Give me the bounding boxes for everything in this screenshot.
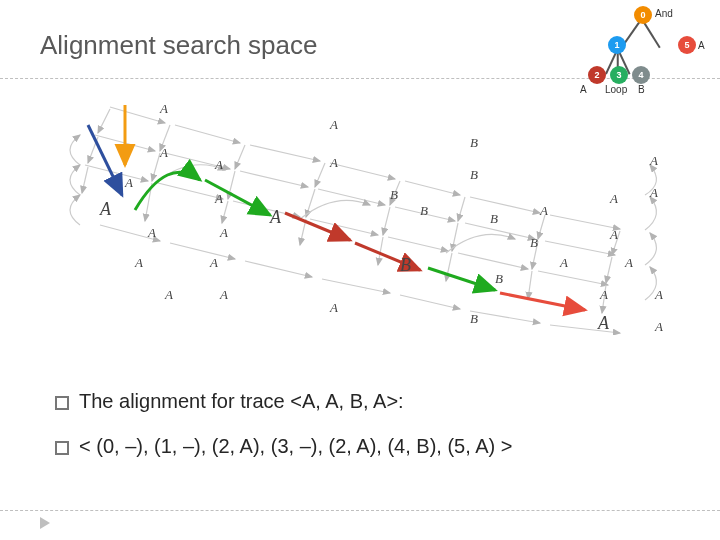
highlight-arrow — [428, 268, 495, 290]
svg-line-44 — [82, 167, 88, 193]
svg-line-2 — [250, 145, 320, 161]
svg-line-37 — [152, 153, 160, 181]
svg-line-28 — [98, 109, 110, 133]
lattice-svg — [40, 95, 680, 335]
divider-bottom — [0, 510, 720, 511]
tree-node-0: 0 — [634, 6, 652, 24]
lattice-gray-arrows — [70, 107, 656, 333]
lattice-label: A — [220, 287, 228, 303]
lattice-label: A — [210, 255, 218, 271]
lattice-label: A — [148, 225, 156, 241]
tree-node-5: 5 — [678, 36, 696, 54]
svg-line-9 — [240, 171, 308, 187]
lattice-label: A — [600, 287, 608, 303]
svg-line-1 — [175, 125, 240, 143]
lattice-label: B — [495, 271, 503, 287]
tree-node-2: 2 — [588, 66, 606, 84]
lattice-label: A — [610, 227, 618, 243]
lattice-label: B — [470, 167, 478, 183]
bullet-block: The alignment for trace <A, A, B, A>: < … — [55, 390, 675, 480]
bullet-marker-icon — [55, 441, 69, 455]
bullet-line-2: < (0, –), (1, –), (2, A), (3, –), (2, A)… — [55, 435, 675, 458]
lattice-label: A — [330, 300, 338, 316]
lattice-label: B — [530, 235, 538, 251]
svg-line-48 — [378, 237, 383, 265]
tree-node-4: 4 — [632, 66, 650, 84]
lattice-label: B — [490, 211, 498, 227]
lattice-label: B — [420, 203, 428, 219]
highlight-path-arrows — [88, 105, 585, 310]
svg-line-24 — [322, 279, 390, 293]
lattice-label: B — [400, 255, 411, 276]
lattice-label: A — [125, 175, 133, 191]
lattice-label: A — [165, 287, 173, 303]
lattice-label: A — [135, 255, 143, 271]
lattice-label: B — [390, 187, 398, 203]
svg-line-5 — [470, 197, 540, 213]
lattice-label: A — [540, 203, 548, 219]
svg-line-3 — [330, 163, 395, 179]
svg-line-30 — [235, 145, 245, 169]
lattice-label: A — [220, 225, 228, 241]
tree-node-5-label: A — [698, 40, 705, 51]
svg-line-0 — [110, 107, 165, 123]
search-space-lattice: AABAAAABAAABAAABBAAAABAABAAAABAAABAA — [40, 95, 680, 335]
lattice-label: A — [655, 287, 663, 303]
lattice-label: A — [598, 313, 609, 334]
svg-line-26 — [470, 311, 540, 323]
process-tree: 0 And 1 Loop 5 A 2 A 3 4 B — [590, 4, 710, 94]
tree-node-4-label: B — [638, 84, 645, 95]
lattice-label: A — [270, 207, 281, 228]
svg-line-19 — [458, 253, 528, 269]
lattice-label: A — [215, 157, 223, 173]
svg-line-39 — [306, 189, 315, 217]
slide-title: Alignment search space — [40, 30, 317, 61]
lattice-label: A — [160, 101, 168, 117]
tree-node-1: 1 — [608, 36, 626, 54]
bullet1-rest: alignment for trace <A, A, B, A>: — [119, 390, 404, 412]
lattice-label: A — [625, 255, 633, 271]
lattice-label: A — [610, 191, 618, 207]
svg-line-25 — [400, 295, 460, 309]
lattice-label: B — [470, 135, 478, 151]
svg-line-18 — [388, 237, 448, 251]
lattice-label: A — [160, 145, 168, 161]
svg-line-4 — [405, 181, 460, 195]
tree-node-2-label: A — [580, 84, 587, 95]
svg-line-20 — [538, 271, 608, 285]
lattice-label: A — [655, 319, 663, 335]
lattice-label: A — [650, 153, 658, 169]
bullet1-prefix: The — [79, 390, 119, 412]
tree-node-3: 3 — [610, 66, 628, 84]
svg-line-33 — [458, 197, 465, 221]
lattice-label: A — [650, 185, 658, 201]
lattice-label: A — [330, 117, 338, 133]
svg-line-43 — [606, 257, 612, 283]
svg-line-13 — [545, 241, 615, 255]
svg-line-50 — [528, 271, 532, 299]
tree-node-0-label: And — [655, 8, 673, 19]
svg-line-10 — [318, 189, 385, 205]
bullet2-text: < (0, –), (1, –), (2, A), (3, –), (2, A)… — [79, 435, 512, 458]
svg-line-23 — [245, 261, 312, 277]
svg-line-31 — [315, 163, 325, 187]
lattice-label: A — [100, 199, 111, 220]
bullet-line-1: The alignment for trace <A, A, B, A>: — [55, 390, 675, 413]
svg-line-22 — [170, 243, 235, 259]
svg-line-27 — [550, 325, 620, 333]
lattice-label: A — [560, 255, 568, 271]
bullet-marker-icon — [55, 396, 69, 410]
highlight-arrow — [88, 125, 122, 195]
lattice-label: B — [470, 311, 478, 327]
tree-node-1-label: Loop — [605, 84, 627, 95]
svg-line-40 — [383, 207, 390, 235]
highlight-arrow — [500, 293, 585, 310]
svg-line-14 — [85, 165, 148, 181]
lattice-label: A — [215, 191, 223, 207]
footer-arrow-icon — [40, 517, 50, 529]
lattice-label: A — [330, 155, 338, 171]
